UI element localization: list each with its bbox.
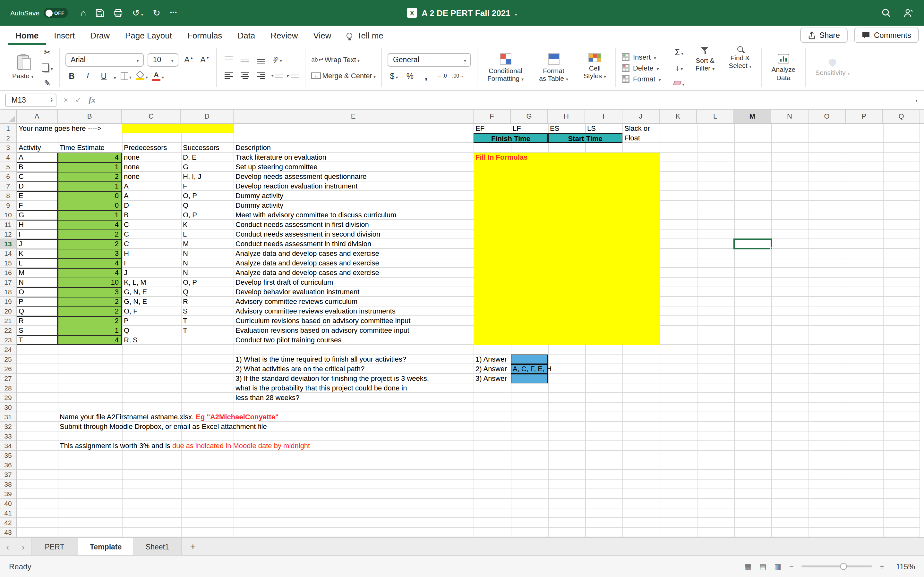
row-header-43[interactable]: 43 [0, 528, 16, 537]
undo-dropdown-icon[interactable] [141, 8, 144, 17]
row-header-19[interactable]: 19 [0, 297, 16, 306]
cell-A14[interactable]: K [19, 249, 23, 258]
cell-C14[interactable]: H [124, 249, 129, 258]
cell-A11[interactable]: H [19, 220, 24, 229]
autosave-switch[interactable]: OFF [43, 8, 68, 18]
cell-B13[interactable]: 2 [58, 239, 119, 249]
column-header-l[interactable]: L [697, 110, 734, 123]
cell-B8[interactable]: 0 [58, 191, 119, 201]
cell-C18[interactable]: G, N, E [124, 287, 147, 297]
ribbon-tab-review[interactable]: Review [263, 26, 305, 45]
fill-color-button[interactable] [136, 69, 148, 82]
currency-dropdown-icon[interactable] [396, 71, 398, 81]
row-header-12[interactable]: 12 [0, 229, 16, 239]
cell-E11[interactable]: Conduct needs assessment in first divisi… [236, 220, 369, 229]
column-header-e[interactable]: E [234, 110, 473, 123]
wrap-text-dropdown-icon[interactable] [357, 55, 360, 64]
cell-D15[interactable]: N [183, 258, 188, 268]
cell-J1[interactable]: Slack or [624, 124, 650, 133]
cell-F4[interactable]: Fill In Formulas [475, 153, 528, 162]
cell-E29[interactable]: less than 28 weeks? [236, 393, 299, 403]
cell-E10[interactable]: Meet with advisory committee to discuss … [236, 210, 396, 220]
cell-C9[interactable]: D [124, 201, 129, 210]
find-select-button[interactable]: Find &Select [725, 46, 755, 69]
cell-E18[interactable]: Develop behavior evaluation instrument [236, 287, 359, 297]
name-box[interactable]: M13 [5, 93, 57, 107]
cell-E6[interactable]: Develop needs assessment questionnaire [236, 172, 367, 181]
row-header-30[interactable]: 30 [0, 403, 16, 412]
row-header-29[interactable]: 29 [0, 393, 16, 403]
column-header-q[interactable]: Q [883, 110, 920, 123]
row-header-3[interactable]: 3 [0, 143, 16, 153]
share-button[interactable]: Share [800, 27, 848, 43]
cell-C15[interactable]: I [124, 258, 126, 268]
insert-function-button[interactable]: fx [89, 95, 95, 105]
align-bottom-button[interactable] [255, 53, 267, 66]
cell-E26[interactable]: 2) What activities are on the critical p… [236, 364, 365, 374]
row-header-27[interactable]: 27 [0, 374, 16, 384]
column-header-d[interactable]: D [181, 110, 234, 123]
cell-A5[interactable]: B [19, 162, 23, 172]
cell-E5[interactable]: Set up steering committee [236, 162, 318, 172]
cell-C19[interactable]: G, N, E [124, 297, 147, 306]
cell-A1[interactable]: Your name goes here ----> [19, 124, 102, 133]
cell-A9[interactable]: F [19, 201, 23, 210]
zoom-slider-thumb[interactable] [840, 563, 847, 570]
row-header-2[interactable]: 2 [0, 133, 16, 143]
currency-button[interactable]: $ [388, 69, 400, 82]
row-header-34[interactable]: 34 [0, 441, 16, 451]
font-name-select[interactable]: Arial [66, 53, 144, 66]
column-header-j[interactable]: J [622, 110, 660, 123]
column-header-o[interactable]: O [809, 110, 846, 123]
cell-E19[interactable]: Advisory committee reviews curriculum [236, 297, 357, 306]
format-cells-button[interactable]: Format [622, 75, 661, 82]
row-header-18[interactable]: 18 [0, 287, 16, 297]
autosum-button[interactable]: Σ [673, 46, 685, 59]
cell-D6[interactable]: H, I, J [183, 172, 201, 181]
cell-B15[interactable]: 4 [58, 258, 119, 268]
name-box-stepper[interactable] [51, 98, 53, 102]
find-select-dropdown-icon[interactable] [749, 61, 751, 69]
answer-cell-1[interactable] [511, 355, 548, 364]
cell-B7[interactable]: 1 [58, 181, 119, 191]
cell-D11[interactable]: K [183, 220, 188, 229]
sort-filter-button[interactable]: Sort &Filter [692, 46, 719, 71]
row-header-22[interactable]: 22 [0, 326, 16, 335]
cell-F26[interactable]: 2) Answer [475, 364, 507, 374]
cell-B19[interactable]: 2 [58, 297, 119, 306]
cell-B9[interactable]: 0 [58, 201, 119, 210]
finish-time-header-cell[interactable]: Finish Time [473, 133, 548, 143]
cell-E7[interactable]: Develop reaction evaluation instrument [236, 181, 357, 191]
cell-E16[interactable]: Analyze data and develop cases and exerc… [236, 268, 379, 277]
cell-A16[interactable]: M [19, 268, 24, 277]
cell-C3[interactable]: Predecessors [124, 143, 167, 153]
title-dropdown-icon[interactable] [515, 7, 517, 19]
cell-C20[interactable]: O, F [124, 306, 137, 316]
cell-E27[interactable]: 3) If the standard deviation for finishi… [236, 374, 429, 384]
column-header-n[interactable]: N [771, 110, 809, 123]
cell-B14[interactable]: 3 [58, 249, 119, 258]
ribbon-tab-home[interactable]: Home [8, 26, 46, 45]
column-header-p[interactable]: P [846, 110, 883, 123]
format-as-table-dropdown-icon[interactable] [566, 74, 568, 82]
cell-B20[interactable]: 2 [58, 306, 119, 316]
cell-C10[interactable]: B [124, 210, 129, 220]
cell-F1[interactable]: EF [475, 124, 485, 133]
cell-A20[interactable]: Q [19, 306, 24, 316]
cell-B18[interactable]: 3 [58, 287, 119, 297]
cell-styles-button[interactable]: CellStyles [580, 53, 610, 79]
ribbon-tab-formulas[interactable]: Formulas [180, 26, 230, 45]
row-header-10[interactable]: 10 [0, 210, 16, 220]
row-header-23[interactable]: 23 [0, 335, 16, 345]
column-header-g[interactable]: G [511, 110, 548, 123]
ribbon-tab-page-layout[interactable]: Page Layout [118, 26, 180, 45]
paste-dropdown-icon[interactable] [31, 72, 34, 80]
normal-view-button[interactable] [744, 562, 752, 570]
cell-D4[interactable]: D, E [183, 153, 197, 162]
cell-E4[interactable]: Track literature on evaluation [236, 153, 326, 162]
cell-D12[interactable]: L [183, 229, 187, 239]
cell-C22[interactable]: Q [124, 326, 129, 335]
font-color-button[interactable]: A [152, 69, 164, 82]
format-dropdown-icon[interactable] [659, 75, 661, 82]
cell-E13[interactable]: Conduct needs assessment in third divisi… [236, 239, 371, 249]
